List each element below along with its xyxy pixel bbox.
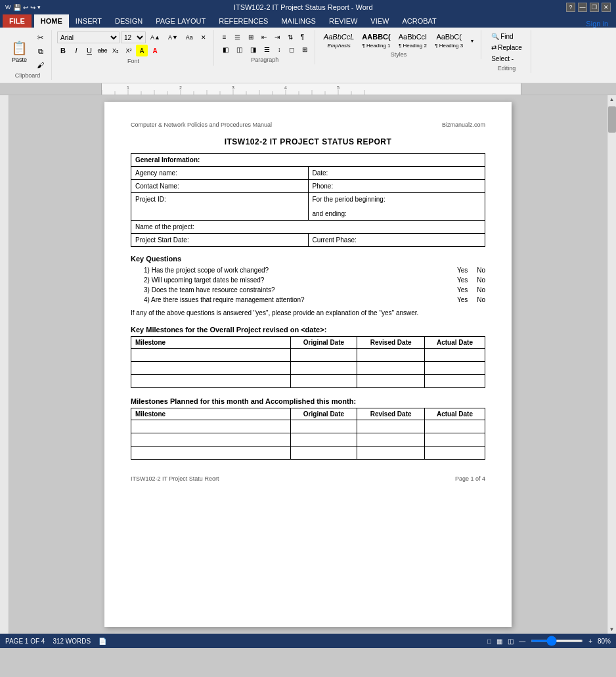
increase-indent-button[interactable]: ⇥ <box>271 32 283 43</box>
quick-undo[interactable]: ↩ <box>23 4 28 11</box>
decrease-indent-button[interactable]: ⇤ <box>258 32 270 43</box>
styles-more-button[interactable]: ▾ <box>468 36 477 46</box>
general-info-heading-row: General Information: <box>131 154 485 167</box>
bullets-button[interactable]: ≡ <box>219 32 230 43</box>
bold-button[interactable]: B <box>57 45 69 56</box>
milestones-header-row: Milestone Original Date Revised Date Act… <box>131 337 485 349</box>
strikethrough-button[interactable]: abc <box>97 45 108 56</box>
original-date-col-header: Original Date <box>290 337 357 349</box>
header-left: Computer & Network Policies and Procedur… <box>131 121 272 128</box>
svg-text:1: 1 <box>127 85 129 90</box>
main-area: Computer & Network Policies and Procedur… <box>0 95 616 634</box>
tab-mailings[interactable]: MAILINGS <box>275 14 322 28</box>
help-button[interactable]: ? <box>566 3 575 12</box>
project-name-label: Name of the project: <box>131 221 485 234</box>
format-painter-button[interactable]: 🖌 <box>33 59 47 71</box>
view-web-button[interactable]: ◫ <box>508 638 514 645</box>
sign-in[interactable]: Sign in <box>586 20 613 28</box>
underline-button[interactable]: U <box>83 45 95 56</box>
subscript-button[interactable]: X₂ <box>110 45 121 56</box>
ruler-content: 1 2 3 4 5 <box>102 83 521 95</box>
close-button[interactable]: ✕ <box>602 3 611 12</box>
tab-view[interactable]: VIEW <box>364 14 395 28</box>
clear-format-button[interactable]: ✕ <box>198 32 209 43</box>
tab-page-layout[interactable]: PAGE LAYOUT <box>149 14 212 28</box>
style-heading3[interactable]: AaBbC(¶ Heading 3 <box>431 32 466 50</box>
font-size-select[interactable]: 12 <box>121 32 146 43</box>
tab-home[interactable]: HOME <box>34 14 69 28</box>
scrollbar-thumb[interactable] <box>608 106 616 133</box>
key-questions-heading: Key Questions <box>131 255 485 263</box>
paste-button[interactable]: 📋 <box>8 39 31 56</box>
line-spacing-button[interactable]: ↕ <box>275 44 284 55</box>
tab-insert[interactable]: INSERT <box>69 14 108 28</box>
q1-no: No <box>477 267 485 274</box>
zoom-out-button[interactable]: — <box>519 638 525 645</box>
justify-button[interactable]: ☰ <box>261 44 273 55</box>
language-icon[interactable]: 📄 <box>99 638 106 645</box>
zoom-slider[interactable] <box>531 640 583 642</box>
superscript-button[interactable]: X² <box>123 45 135 56</box>
cut-button[interactable]: ✂ <box>33 32 47 44</box>
find-button[interactable]: 🔍 Find <box>487 32 527 41</box>
revised-date-col-header: Revised Date <box>357 337 425 349</box>
view-normal-button[interactable]: □ <box>487 638 491 645</box>
copy-button[interactable]: ⧉ <box>33 45 47 58</box>
minimize-button[interactable]: — <box>578 3 587 12</box>
quick-save[interactable]: 💾 <box>13 4 21 11</box>
scroll-up-arrow[interactable]: ▲ <box>608 95 616 104</box>
numbered-list-button[interactable]: ☰ <box>231 32 244 43</box>
replace-button[interactable]: ⇄ Replace <box>487 43 527 53</box>
select-button[interactable]: Select - <box>487 54 527 64</box>
project-id-label: Project ID: <box>131 193 309 221</box>
sort-button[interactable]: ⇅ <box>284 32 296 43</box>
border-button[interactable]: ⊞ <box>299 44 311 55</box>
font-name-select[interactable]: Arial <box>57 32 120 43</box>
tab-references[interactable]: REFERENCES <box>212 14 275 28</box>
text-highlight-button[interactable]: A <box>136 45 148 56</box>
align-right-button[interactable]: ◨ <box>247 44 259 55</box>
scroll-down-arrow[interactable]: ▼ <box>608 625 616 634</box>
multilevel-list-button[interactable]: ⊞ <box>245 32 257 43</box>
tab-acrobat[interactable]: ACROBAT <box>395 14 443 28</box>
align-left-button[interactable]: ◧ <box>219 44 232 55</box>
italic-button[interactable]: I <box>70 45 82 56</box>
restore-button[interactable]: ❐ <box>590 3 599 12</box>
font-shrink-button[interactable]: A▼ <box>165 32 181 43</box>
document-page: Computer & Network Policies and Procedur… <box>104 102 512 627</box>
planned-row-1 <box>131 420 485 433</box>
font-grow-button[interactable]: A▲ <box>147 32 164 43</box>
clipboard-label: Clipboard <box>15 72 41 79</box>
view-layout-button[interactable]: ▦ <box>496 638 502 645</box>
q1-yes: Yes <box>457 267 468 274</box>
tab-design[interactable]: DESIGN <box>108 14 149 28</box>
quick-redo[interactable]: ↪ <box>30 4 35 11</box>
font-color-button[interactable]: A <box>149 45 161 56</box>
style-heading1[interactable]: AABBC(¶ Heading 1 <box>359 32 393 50</box>
actual-date-col-header: Actual Date <box>424 337 485 349</box>
quick-more[interactable]: ▾ <box>37 4 41 11</box>
project-start-row: Project Start Date: Current Phase: <box>131 234 485 247</box>
question-4-answers: Yes No <box>457 296 485 303</box>
ribbon: 📋 Paste ✂ ⧉ 🖌 Clipboard Arial 12 A▲ A▼ <box>0 28 616 83</box>
window-controls: ? — ❐ ✕ <box>566 3 611 12</box>
align-center-button[interactable]: ◫ <box>233 44 246 55</box>
scrollbar[interactable]: ▲ ▼ <box>607 95 616 634</box>
style-heading2[interactable]: AaBbCcI¶ Heading 2 <box>395 32 430 50</box>
style-emphasis[interactable]: AaBbCcLEmphasis <box>320 32 357 50</box>
question-1: 1) Has the project scope of work changed… <box>131 267 485 274</box>
font-group: Arial 12 A▲ A▼ Aa ✕ B I U abc X₂ X² A A <box>53 30 214 66</box>
tab-file[interactable]: FILE <box>3 14 32 28</box>
planned-actual-col: Actual Date <box>424 408 485 420</box>
question-3-answers: Yes No <box>457 286 485 294</box>
planned-milestone-col: Milestone <box>131 408 291 420</box>
milestone-row-2 <box>131 362 485 375</box>
styles-label: Styles <box>391 51 407 58</box>
q3-yes: Yes <box>457 286 468 294</box>
document-title: ITSW102-2 IT PROJECT STATUS REPORT <box>131 137 485 146</box>
show-marks-button[interactable]: ¶ <box>297 32 307 43</box>
tab-review[interactable]: REVIEW <box>322 14 364 28</box>
font-case-button[interactable]: Aa <box>183 32 196 43</box>
zoom-in-button[interactable]: + <box>588 638 592 645</box>
shading-button[interactable]: ◻ <box>286 44 297 55</box>
